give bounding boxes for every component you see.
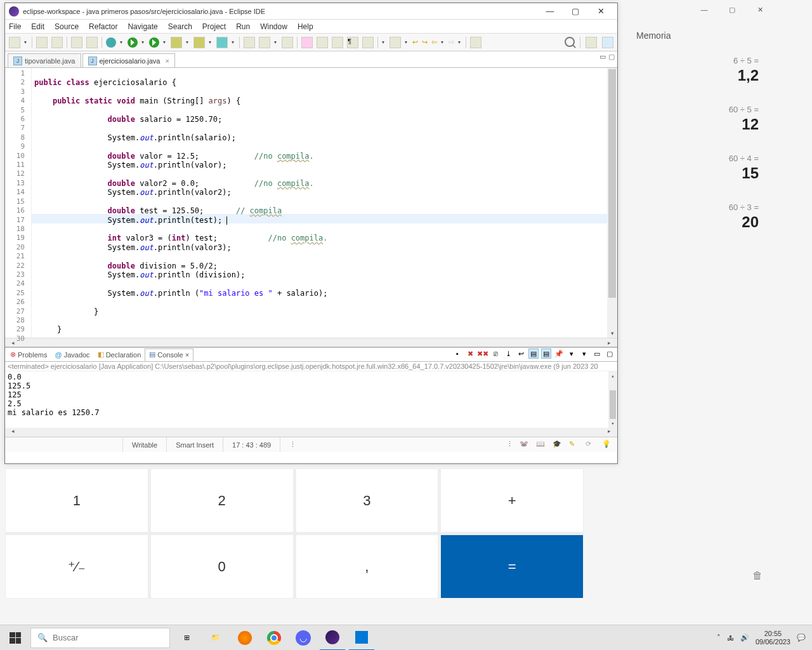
explorer-icon[interactable]: 📁 — [203, 625, 228, 651]
menu-file[interactable]: File — [9, 22, 21, 31]
new-icon[interactable] — [9, 37, 20, 48]
tab-tipovariable[interactable]: Jtipovariable.java — [8, 53, 81, 67]
calc-key-1[interactable]: 1 — [5, 468, 148, 533]
calc-clear-history-icon[interactable]: 🗑 — [752, 570, 763, 581]
new-java-project-icon[interactable] — [171, 37, 182, 48]
system-tray[interactable]: ˄ 🖧 🔊 20:5509/06/2023 💬 — [717, 630, 812, 646]
menu-help[interactable]: Help — [298, 22, 313, 31]
show-whitespace-icon[interactable] — [332, 37, 343, 48]
calc-close[interactable]: ✕ — [746, 0, 774, 19]
menu-project[interactable]: Project — [202, 22, 226, 31]
calc-key-equals[interactable]: = — [440, 534, 584, 599]
run-icon[interactable] — [128, 37, 138, 48]
tab-declaration[interactable]: ◧Declaration — [94, 348, 145, 361]
tray-clock[interactable]: 20:5509/06/2023 — [756, 630, 790, 646]
calc-key-2[interactable]: 2 — [150, 468, 294, 533]
console-scroll-lock-icon[interactable]: ⤓ — [503, 348, 513, 359]
tab-problems[interactable]: ⊗Problems — [6, 348, 51, 361]
nav-back-icon[interactable]: ⇦ — [431, 38, 437, 46]
editor-vertical-scrollbar[interactable]: ▴ ▾ — [607, 68, 617, 338]
calc-key-comma[interactable]: , — [296, 534, 439, 599]
calc-key-plusminus[interactable]: ⁺∕₋ — [5, 534, 148, 599]
console-horizontal-scrollbar[interactable]: ◂▸ — [5, 428, 617, 437]
menu-refactor[interactable]: Refactor — [89, 22, 117, 31]
taskview-icon[interactable]: ⊞ — [174, 625, 199, 651]
console-output[interactable]: 0.0 125.5 125 2.5 mi salario es 1250.7 ▴… — [5, 371, 617, 428]
search-file-icon[interactable] — [259, 37, 270, 48]
new-package-icon[interactable] — [193, 37, 205, 48]
console-pin-icon[interactable]: 📌 — [554, 348, 564, 359]
new-class-icon[interactable] — [216, 37, 228, 48]
line-gutter[interactable]: 1234567891011121314151617181920212223242… — [5, 68, 32, 338]
console-show-on-err-icon[interactable]: ▤ — [541, 348, 551, 359]
calc-key-3[interactable]: 3 — [296, 468, 439, 533]
console-clear-icon[interactable]: ⎚ — [490, 348, 501, 359]
console-terminate-icon[interactable]: ▪ — [452, 348, 462, 359]
menu-window[interactable]: Window — [260, 22, 287, 31]
debug-icon[interactable] — [106, 37, 116, 48]
annotation-icon[interactable] — [362, 37, 374, 48]
tab-close-icon[interactable]: × — [166, 57, 169, 65]
tray-notifications-icon[interactable]: 💬 — [797, 633, 806, 642]
minimize-button[interactable]: — — [537, 3, 563, 20]
menu-source[interactable]: Source — [55, 22, 79, 31]
save-all-icon[interactable] — [51, 37, 63, 48]
menu-navigate[interactable]: Navigate — [128, 22, 157, 31]
close-button[interactable]: ✕ — [588, 3, 613, 20]
firefox-icon[interactable] — [232, 625, 258, 651]
console-remove-all-icon[interactable]: ✖✖ — [478, 348, 488, 359]
discord-icon[interactable]: ◡ — [291, 625, 316, 651]
sb-grad-icon[interactable]: 🎓 — [553, 440, 563, 450]
console-word-wrap-icon[interactable]: ↩ — [516, 348, 526, 359]
open-type-icon[interactable] — [71, 37, 82, 48]
chrome-icon[interactable] — [261, 625, 287, 651]
tray-network-icon[interactable]: 🖧 — [727, 634, 734, 642]
tab-console[interactable]: ▤Console× — [145, 348, 193, 361]
tray-volume-icon[interactable]: 🔊 — [740, 633, 749, 642]
block-select-icon[interactable] — [317, 37, 328, 48]
tray-chevron-up-icon[interactable]: ˄ — [717, 633, 721, 642]
calculator-taskbar-icon[interactable] — [349, 625, 374, 651]
next-annotation-icon[interactable] — [390, 37, 401, 48]
sb-book-icon[interactable]: 📖 — [536, 440, 546, 450]
console-tab-close-icon[interactable]: × — [185, 351, 189, 359]
console-show-on-out-icon[interactable]: ▤ — [528, 348, 539, 359]
console-max-icon[interactable]: ▢ — [605, 348, 615, 359]
console-remove-icon[interactable]: ✖ — [465, 348, 475, 359]
coverage-icon[interactable] — [149, 37, 159, 48]
sb-refresh-icon[interactable]: ⟳ — [586, 440, 596, 450]
menu-search[interactable]: Search — [168, 22, 192, 31]
build-icon[interactable] — [86, 37, 98, 48]
menu-run[interactable]: Run — [236, 22, 250, 31]
sb-mouse-icon[interactable]: 🐭 — [520, 440, 530, 450]
back-arrow-icon[interactable]: ↩ — [412, 38, 418, 46]
taskbar-search[interactable]: 🔍 Buscar — [30, 628, 170, 648]
maximize-button[interactable]: ▢ — [563, 3, 588, 20]
maximize-view-icon[interactable]: ▢ — [608, 53, 615, 61]
console-vertical-scrollbar[interactable]: ▴ ▾ — [608, 371, 617, 428]
calc-maximize[interactable]: ▢ — [718, 0, 746, 19]
start-button[interactable] — [0, 625, 30, 651]
perspective-icon[interactable] — [586, 37, 597, 48]
console-display-icon[interactable]: ▾ — [566, 348, 577, 359]
search-icon[interactable] — [565, 37, 575, 47]
code-editor[interactable]: 1234567891011121314151617181920212223242… — [5, 68, 617, 338]
editor-horizontal-scrollbar[interactable]: ◂▸ — [5, 338, 617, 347]
menu-edit[interactable]: Edit — [31, 22, 44, 31]
calc-key-plus[interactable]: + — [440, 468, 584, 533]
java-perspective-icon[interactable] — [602, 37, 613, 48]
console-open-icon[interactable]: ▾ — [579, 348, 589, 359]
title-bar[interactable]: eclipse-workspace - java primeros pasos/… — [5, 3, 617, 20]
minimize-view-icon[interactable]: ▭ — [599, 53, 606, 61]
calc-key-0[interactable]: 0 — [150, 534, 294, 599]
pilcrow-icon[interactable]: ¶ — [347, 37, 358, 48]
tag-icon[interactable] — [282, 37, 293, 48]
eclipse-taskbar-icon[interactable] — [320, 625, 345, 651]
calc-minimize[interactable]: — — [690, 0, 718, 19]
save-icon[interactable] — [36, 37, 48, 48]
toggle-mark-icon[interactable] — [301, 37, 313, 48]
sb-pencil-icon[interactable]: ✎ — [569, 440, 579, 450]
forward-arrow-icon[interactable]: ↪ — [422, 38, 428, 46]
tab-ejerciciosalario[interactable]: Jejerciciosalario.java× — [82, 53, 175, 67]
pin-icon[interactable] — [470, 37, 481, 48]
